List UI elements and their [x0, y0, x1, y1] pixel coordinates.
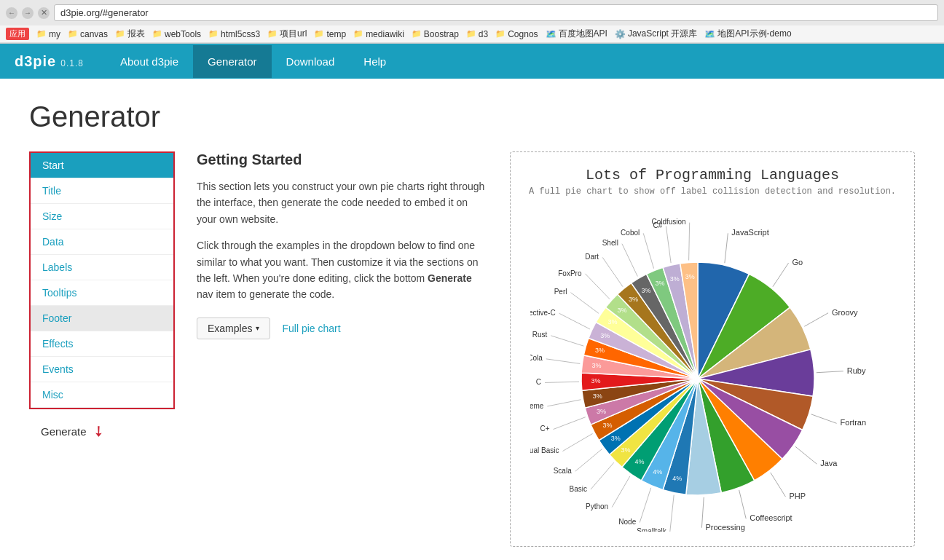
- bookmark-d3[interactable]: d3: [466, 29, 488, 39]
- svg-text:Coldfusion: Coldfusion: [651, 218, 685, 226]
- svg-text:3%: 3%: [611, 435, 621, 442]
- svg-line-47: [554, 417, 586, 430]
- svg-line-41: [575, 449, 602, 471]
- sidebar-item-footer[interactable]: Footer: [31, 306, 173, 331]
- pie-chart-svg: 9%JavaScript9%Go8%Groovy8%Ruby6%Fortran6…: [530, 211, 894, 532]
- bookmark-baidu[interactable]: 🗺️ 百度地图API: [546, 28, 607, 40]
- svg-text:3%: 3%: [591, 377, 601, 384]
- svg-text:Scheme: Scheme: [530, 402, 544, 410]
- svg-text:3%: 3%: [608, 318, 618, 326]
- bookmark-webtools[interactable]: webTools: [152, 29, 201, 39]
- site-navigation: d3pie0.1.8 About d3pie Generator Downloa…: [0, 44, 944, 79]
- sidebar: Start Title Size Data Labels Tooltips Fo…: [29, 151, 175, 547]
- bookmark-canvas[interactable]: canvas: [68, 29, 108, 39]
- svg-text:Cobol: Cobol: [621, 229, 640, 237]
- svg-text:Shell: Shell: [602, 239, 618, 247]
- sidebar-nav: Start Title Size Data Labels Tooltips Fo…: [29, 151, 175, 409]
- nav-item-download[interactable]: Download: [272, 45, 350, 78]
- paragraph2: Click through the examples in the dropdo…: [197, 237, 488, 303]
- section-title: Getting Started: [197, 151, 488, 168]
- bookmark-cognos[interactable]: Cognos: [495, 29, 538, 39]
- svg-text:Groovy: Groovy: [832, 308, 858, 317]
- svg-line-32: [640, 488, 651, 523]
- svg-text:PHP: PHP: [789, 492, 806, 500]
- svg-text:4%: 4%: [653, 468, 662, 476]
- sidebar-item-misc[interactable]: Misc: [31, 382, 173, 408]
- svg-text:Coffeescript: Coffeescript: [750, 513, 792, 522]
- svg-text:3%: 3%: [656, 280, 665, 287]
- bookmark-mapapiexample[interactable]: 🗺️ 地图API示例-demo: [704, 28, 791, 40]
- bookmark-my[interactable]: my: [36, 29, 60, 39]
- back-button[interactable]: ←: [6, 7, 17, 19]
- bookmark-boostrap[interactable]: Boostrap: [412, 29, 459, 39]
- bookmark-html5css3[interactable]: html5css3: [208, 29, 260, 39]
- svg-line-71: [602, 257, 623, 286]
- sidebar-item-labels[interactable]: Labels: [31, 255, 173, 280]
- svg-text:Cola: Cola: [530, 354, 543, 362]
- chart-container: 9%JavaScript9%Go8%Groovy8%Ruby6%Fortran6…: [530, 211, 894, 532]
- svg-text:4%: 4%: [635, 458, 645, 465]
- bookmark-temp[interactable]: temp: [314, 29, 346, 39]
- page-content: Generator Start Title Size Data Labels T…: [0, 79, 944, 560]
- svg-text:Go: Go: [792, 258, 803, 267]
- sidebar-item-effects[interactable]: Effects: [31, 331, 173, 357]
- chart-area: Lots of Programming Languages A full pie…: [510, 151, 915, 547]
- main-layout: Start Title Size Data Labels Tooltips Fo…: [29, 151, 915, 547]
- sidebar-item-size[interactable]: Size: [31, 204, 173, 229]
- browser-toolbar: ← → ✕: [0, 0, 944, 25]
- bookmark-jslib[interactable]: ⚙️ JavaScript 开源库: [615, 28, 697, 40]
- bookmark-projecturl[interactable]: 项目url: [267, 28, 307, 40]
- nav-item-about[interactable]: About d3pie: [106, 45, 193, 78]
- paragraph1: This section lets you construct your own…: [197, 178, 488, 227]
- svg-text:C: C: [536, 378, 541, 386]
- generate-arrow-icon: ➘: [88, 421, 109, 442]
- svg-text:Ruby: Ruby: [847, 366, 866, 375]
- examples-caret-icon: ▾: [256, 324, 259, 332]
- svg-text:6%: 6%: [699, 508, 710, 517]
- svg-line-68: [585, 274, 610, 299]
- svg-text:4%: 4%: [672, 475, 682, 482]
- svg-text:Smalltalk: Smalltalk: [637, 527, 667, 532]
- svg-line-29: [670, 495, 674, 532]
- address-bar[interactable]: [54, 4, 938, 21]
- svg-text:3%: 3%: [685, 273, 695, 280]
- chart-title: Lots of Programming Languages: [586, 167, 839, 184]
- svg-text:3%: 3%: [618, 307, 627, 314]
- sidebar-item-tooltips[interactable]: Tooltips: [31, 280, 173, 306]
- svg-text:3%: 3%: [595, 347, 605, 354]
- svg-text:Processing: Processing: [705, 523, 744, 532]
- sidebar-item-start[interactable]: Start: [31, 153, 173, 178]
- full-pie-chart-link[interactable]: Full pie chart: [282, 323, 340, 334]
- svg-line-53: [545, 382, 579, 382]
- bookmarks-bar: 应用 my canvas 报表 webTools html5css3 项目url…: [0, 25, 944, 43]
- svg-line-65: [570, 293, 598, 314]
- svg-text:3%: 3%: [621, 446, 630, 454]
- nav-item-help[interactable]: Help: [349, 45, 401, 78]
- svg-text:3%: 3%: [602, 422, 612, 429]
- site-logo: d3pie0.1.8: [15, 53, 84, 70]
- svg-line-38: [591, 462, 614, 489]
- sidebar-item-title[interactable]: Title: [31, 178, 173, 204]
- sidebar-generate[interactable]: Generate ➘: [29, 417, 175, 446]
- svg-text:FoxPro: FoxPro: [558, 269, 582, 277]
- svg-text:6%: 6%: [739, 500, 750, 508]
- bookmark-mediawiki[interactable]: mediawiki: [353, 29, 404, 39]
- forward-button[interactable]: →: [22, 7, 34, 19]
- svg-line-74: [622, 244, 637, 277]
- svg-text:3%: 3%: [597, 408, 606, 415]
- svg-text:Objective-C: Objective-C: [530, 309, 556, 317]
- svg-line-59: [551, 336, 583, 346]
- svg-text:Java: Java: [820, 459, 838, 468]
- close-button[interactable]: ✕: [38, 7, 50, 19]
- svg-text:Python: Python: [586, 502, 608, 510]
- examples-button[interactable]: Examples ▾: [197, 318, 270, 339]
- svg-text:JavaScript: JavaScript: [731, 228, 768, 237]
- nav-item-generator[interactable]: Generator: [193, 45, 272, 78]
- svg-text:Fortran: Fortran: [841, 418, 866, 427]
- svg-text:Node: Node: [618, 518, 636, 526]
- bookmark-baobiao[interactable]: 报表: [115, 28, 145, 40]
- sidebar-item-data[interactable]: Data: [31, 229, 173, 255]
- bookmark-apps[interactable]: 应用: [6, 28, 29, 40]
- sidebar-item-events[interactable]: Events: [31, 357, 173, 382]
- svg-text:Rust: Rust: [532, 331, 548, 339]
